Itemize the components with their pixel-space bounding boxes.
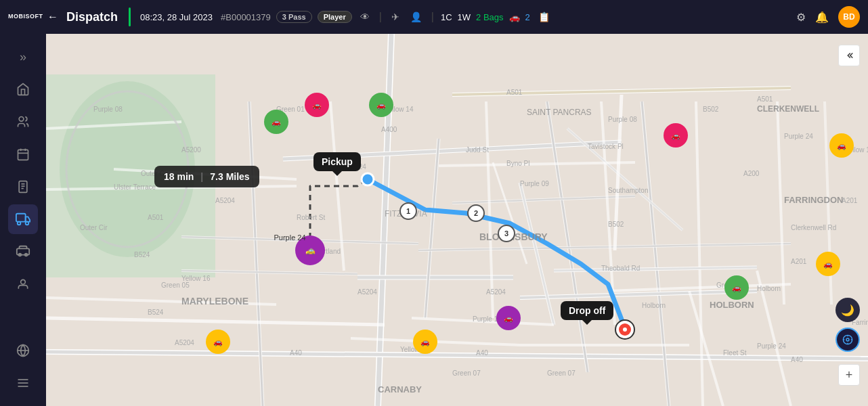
svg-text:🚗: 🚗 bbox=[504, 313, 513, 323]
svg-point-0 bbox=[19, 117, 24, 122]
svg-text:Purple 24: Purple 24 bbox=[784, 133, 813, 140]
svg-text:🚗: 🚗 bbox=[823, 259, 833, 269]
sidebar-item-team[interactable] bbox=[8, 107, 38, 137]
svg-text:Theobald Rd: Theobald Rd bbox=[601, 265, 640, 272]
svg-text:A400: A400 bbox=[381, 126, 397, 133]
svg-text:Purple 24: Purple 24 bbox=[274, 233, 305, 242]
svg-text:Holborn: Holborn bbox=[642, 302, 666, 309]
sidebar-item-car-alt[interactable] bbox=[8, 237, 38, 267]
collapse-right-button[interactable] bbox=[838, 45, 860, 66]
player-badge: Player bbox=[318, 11, 352, 23]
zoom-in-button[interactable]: + bbox=[838, 364, 860, 386]
stat-bags: 2 Bags bbox=[476, 12, 503, 22]
svg-point-146 bbox=[623, 328, 627, 332]
notification-icon[interactable]: 🔔 bbox=[815, 11, 829, 24]
user-avatar[interactable]: BD bbox=[838, 6, 860, 28]
svg-text:B502: B502 bbox=[608, 221, 624, 228]
svg-text:Southampton: Southampton bbox=[608, 187, 649, 194]
svg-text:Green 07: Green 07 bbox=[452, 369, 481, 377]
svg-text:Outer Cir: Outer Cir bbox=[141, 170, 169, 177]
svg-text:HOLBORN: HOLBORN bbox=[710, 300, 754, 310]
back-button[interactable]: ← bbox=[47, 11, 58, 23]
sidebar-item-dispatch-list[interactable] bbox=[8, 172, 38, 202]
svg-text:Judd St: Judd St bbox=[466, 146, 489, 154]
svg-text:A501: A501 bbox=[148, 214, 164, 221]
svg-text:SAINT PANCRAS: SAINT PANCRAS bbox=[527, 108, 592, 117]
header-right: ⚙ 🔔 BD bbox=[796, 6, 860, 28]
svg-text:Outer Cir: Outer Cir bbox=[80, 224, 108, 231]
sidebar-item-calendar[interactable] bbox=[8, 139, 38, 169]
svg-text:Holborn: Holborn bbox=[757, 285, 781, 292]
svg-text:🚗: 🚗 bbox=[376, 100, 386, 110]
svg-text:CLERKENWELL: CLERKENWELL bbox=[757, 104, 819, 114]
svg-text:Green 05: Green 05 bbox=[161, 281, 190, 289]
svg-text:Purple 24: Purple 24 bbox=[337, 163, 366, 171]
svg-text:A40: A40 bbox=[290, 349, 302, 357]
location-button[interactable] bbox=[836, 328, 860, 352]
svg-text:Green 07: Green 07 bbox=[547, 369, 576, 377]
svg-text:Byno Pl: Byno Pl bbox=[506, 160, 529, 167]
svg-text:🚗: 🚗 bbox=[837, 141, 846, 150]
svg-text:🚗: 🚗 bbox=[213, 337, 223, 346]
svg-text:FARRINGDON: FARRINGDON bbox=[784, 195, 843, 205]
svg-text:1: 1 bbox=[406, 207, 410, 215]
header-time: 08:23, 28 Jul 2023 bbox=[140, 12, 213, 22]
svg-text:A40: A40 bbox=[791, 356, 803, 363]
svg-point-15 bbox=[21, 279, 26, 284]
svg-text:A200: A200 bbox=[743, 170, 760, 177]
svg-text:A5204: A5204 bbox=[175, 339, 194, 346]
map-container[interactable]: MARYLEBONE BLOOMSBURY FITZROVIA FARRINGD… bbox=[46, 34, 868, 406]
svg-text:A201: A201 bbox=[842, 197, 858, 204]
stat-vehicle-count: 2 bbox=[525, 12, 530, 22]
settings-icon[interactable]: ⚙ bbox=[796, 11, 806, 24]
svg-text:A5204: A5204 bbox=[486, 288, 506, 296]
svg-text:🚗: 🚗 bbox=[272, 117, 281, 127]
dark-mode-button[interactable]: 🌙 bbox=[836, 298, 860, 322]
svg-point-10 bbox=[18, 222, 21, 225]
stat-1w: 1W bbox=[458, 12, 471, 22]
svg-text:🚕: 🚕 bbox=[305, 245, 316, 255]
svg-text:A5204: A5204 bbox=[357, 288, 377, 296]
svg-rect-9 bbox=[16, 214, 26, 222]
booking-id: #B00001379 bbox=[221, 12, 271, 22]
svg-text:🚗: 🚗 bbox=[671, 131, 680, 140]
svg-text:A40: A40 bbox=[476, 349, 488, 357]
eye-icon[interactable]: 👁 bbox=[357, 10, 372, 24]
sidebar-item-routing[interactable] bbox=[8, 336, 38, 365]
assign-icon[interactable]: 👤 bbox=[408, 10, 425, 24]
svg-text:B524: B524 bbox=[148, 309, 164, 316]
svg-text:A5204: A5204 bbox=[215, 197, 235, 204]
svg-text:Tavistock Pl: Tavistock Pl bbox=[588, 143, 624, 150]
svg-rect-1 bbox=[18, 150, 28, 160]
note-icon[interactable]: 📋 bbox=[536, 10, 552, 24]
logo: MOBISOFT bbox=[8, 14, 42, 20]
sidebar-expand[interactable]: » bbox=[8, 42, 38, 72]
svg-text:B502: B502 bbox=[703, 106, 719, 113]
pass-badge: 3 Pass bbox=[276, 11, 312, 23]
sidebar-item-vehicle[interactable] bbox=[8, 204, 38, 234]
svg-text:🚗: 🚗 bbox=[732, 283, 741, 292]
sidebar-item-person[interactable] bbox=[8, 269, 38, 299]
svg-text:2: 2 bbox=[474, 209, 478, 217]
svg-text:MARYLEBONE: MARYLEBONE bbox=[181, 296, 248, 307]
svg-text:Ulster Terrace: Ulster Terrace bbox=[114, 183, 156, 191]
header-divider bbox=[129, 7, 131, 26]
svg-point-171 bbox=[846, 338, 849, 341]
svg-point-137 bbox=[362, 173, 374, 185]
svg-text:A501: A501 bbox=[506, 89, 523, 96]
map-svg: MARYLEBONE BLOOMSBURY FITZROVIA FARRINGD… bbox=[46, 34, 868, 406]
dispatch-icon[interactable]: ✈ bbox=[389, 10, 402, 24]
zoom-controls: + bbox=[838, 364, 860, 386]
svg-text:A501: A501 bbox=[757, 95, 773, 103]
svg-point-11 bbox=[26, 222, 29, 225]
sidebar-item-menu[interactable] bbox=[8, 368, 38, 398]
sidebar-item-home[interactable] bbox=[8, 74, 38, 104]
svg-text:CARNABY: CARNABY bbox=[378, 384, 422, 394]
header: MOBISOFT ← Dispatch 08:23, 28 Jul 2023 #… bbox=[0, 0, 868, 34]
page-title: Dispatch bbox=[66, 10, 118, 24]
svg-text:🚗: 🚗 bbox=[312, 100, 322, 110]
svg-text:Purple 24: Purple 24 bbox=[757, 342, 786, 350]
svg-text:Purple 08: Purple 08 bbox=[608, 116, 637, 123]
svg-text:Robert St: Robert St bbox=[297, 214, 325, 221]
svg-text:Clerkenwell Rd: Clerkenwell Rd bbox=[791, 224, 836, 231]
